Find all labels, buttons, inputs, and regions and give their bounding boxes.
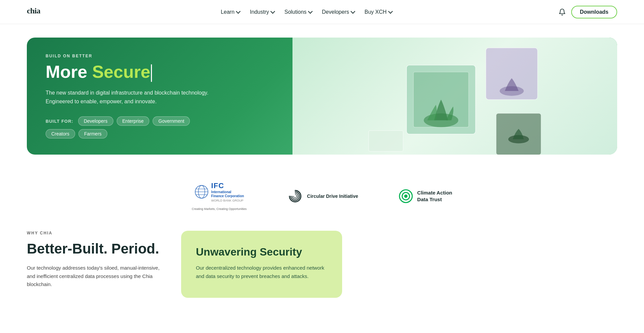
cdi-text: Circular Drive Initiative (307, 193, 358, 199)
logos-section: IFC InternationalFinance Corporation WOR… (0, 168, 644, 224)
hero-eyebrow: BUILD ON BETTER (46, 54, 216, 58)
hero-title-white: More (46, 62, 92, 81)
hero-content: BUILD ON BETTER More Secure The new stan… (27, 38, 235, 155)
why-right: Unwavering Security Our decentralized te… (181, 231, 342, 298)
hero-cursor (151, 64, 152, 82)
navigation: chia Learn Industry Solutions Developers… (0, 0, 644, 24)
ifc-group: WORLD BANK GROUP (211, 199, 244, 202)
hero-title: More Secure (46, 62, 216, 82)
built-for-tag-farmers[interactable]: Farmers (78, 129, 107, 138)
hero-section: BUILD ON BETTER More Secure The new stan… (0, 24, 644, 168)
why-title: Better-Built. Period. (27, 241, 168, 257)
built-for-tag-government[interactable]: Government (153, 116, 190, 126)
downloads-button[interactable]: Downloads (571, 6, 617, 18)
cdi-icon (287, 188, 304, 205)
nav-link-developers[interactable]: Developers (317, 6, 359, 18)
hero-decoration (292, 38, 617, 155)
logo[interactable]: chia (27, 5, 54, 19)
svg-rect-8 (369, 131, 403, 152)
hero-image (292, 38, 617, 155)
cdi-logo: Circular Drive Initiative (287, 188, 358, 205)
svg-point-16 (404, 195, 408, 198)
why-description: Our technology addresses today's siloed,… (27, 264, 168, 289)
built-for-tag-enterprise[interactable]: Enterprise (117, 116, 150, 126)
nav-link-solutions[interactable]: Solutions (280, 6, 316, 18)
hero-title-accent: Secure (92, 62, 150, 81)
ifc-logo: IFC InternationalFinance Corporation WOR… (192, 181, 247, 211)
cat-logo: Climate ActionData Trust (398, 189, 452, 204)
ifc-globe-icon (195, 185, 209, 199)
hero-built-for: BUILT FOR: Developers Enterprise Governm… (46, 116, 216, 138)
security-title: Unwavering Security (196, 245, 327, 258)
nav-link-learn[interactable]: Learn (216, 6, 244, 18)
why-eyebrow: WHY CHIA (27, 231, 168, 235)
nav-links: Learn Industry Solutions Developers Buy … (216, 6, 396, 18)
ifc-acronym: IFC (211, 181, 244, 190)
built-for-tag-creators[interactable]: Creators (46, 129, 75, 138)
security-description: Our decentralized technology provides en… (196, 264, 327, 281)
hero-card: BUILD ON BETTER More Secure The new stan… (27, 38, 617, 155)
built-for-label: BUILT FOR: (46, 119, 73, 124)
chevron-down-icon (308, 9, 313, 13)
bell-icon[interactable] (558, 8, 566, 16)
chevron-down-icon (270, 9, 275, 13)
security-card: Unwavering Security Our decentralized te… (181, 231, 342, 298)
cat-icon (398, 189, 413, 204)
nav-right: Downloads (558, 6, 617, 18)
chevron-down-icon (351, 9, 355, 13)
svg-text:chia: chia (27, 6, 41, 15)
ifc-full-name: InternationalFinance Corporation (211, 190, 244, 198)
nav-link-buy-xch[interactable]: Buy XCH (360, 6, 396, 18)
hero-description: The new standard in digital infrastructu… (46, 89, 216, 106)
why-section: WHY CHIA Better-Built. Period. Our techn… (0, 224, 644, 311)
cat-text: Climate ActionData Trust (417, 189, 452, 203)
chevron-down-icon (236, 9, 240, 13)
ifc-tagline: Creating Markets, Creating Opportunities (192, 207, 247, 211)
chevron-down-icon (388, 9, 393, 13)
why-left: WHY CHIA Better-Built. Period. Our techn… (27, 231, 168, 289)
nav-link-industry[interactable]: Industry (245, 6, 278, 18)
built-for-tag-developers[interactable]: Developers (78, 116, 113, 126)
